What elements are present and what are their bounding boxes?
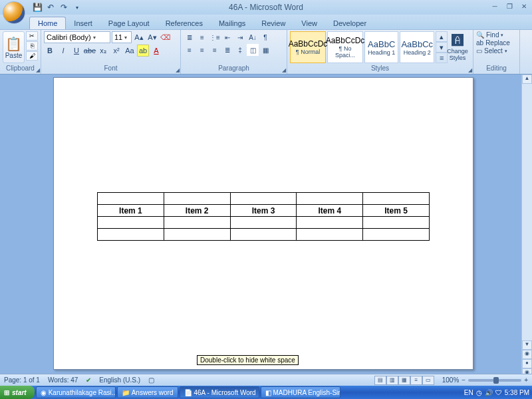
browse-object-icon[interactable]: ● [522, 359, 532, 368]
document-table[interactable]: Item 1 Item 2 Item 3 Item 4 Item 5 [97, 192, 430, 241]
whitespace-tooltip: Double-click to hide white space [197, 355, 299, 365]
table-row [98, 193, 430, 205]
outline-view-button[interactable]: ≡ [410, 376, 422, 385]
numbering-button[interactable]: ≡ [196, 31, 208, 43]
align-center-button[interactable]: ≡ [196, 44, 208, 56]
justify-button[interactable]: ≣ [221, 44, 233, 56]
web-layout-view-button[interactable]: ▦ [398, 376, 410, 385]
taskbar-item[interactable]: 📄46A - Microsoft Word [180, 386, 259, 398]
paste-icon: 📋 [5, 36, 22, 52]
sort-button[interactable]: A↓ [247, 31, 259, 43]
page[interactable]: Item 1 Item 2 Item 3 Item 4 Item 5 Doubl… [53, 77, 473, 370]
style-no-spacing[interactable]: AaBbCcDc ¶ No Spaci... [327, 31, 363, 63]
paste-button[interactable]: 📋 Paste [3, 31, 25, 63]
style-heading1[interactable]: AaBbC Heading 1 [364, 31, 398, 63]
style-normal[interactable]: AaBbCcDc ¶ Normal [290, 31, 326, 63]
tab-home[interactable]: Home [29, 17, 66, 29]
taskbar-item[interactable]: ◧MADHURA English-Sin... [261, 386, 340, 398]
line-spacing-button[interactable]: ‡ [234, 44, 246, 56]
font-launcher-icon[interactable]: ◢ [176, 67, 180, 73]
tray-shield-icon[interactable]: 🛡 [495, 389, 502, 396]
view-buttons: ▤ ▥ ▦ ≡ ▭ [374, 376, 434, 385]
shading-button[interactable]: ◫ [247, 44, 259, 56]
paragraph-launcher-icon[interactable]: ◢ [282, 67, 286, 73]
decrease-indent-button[interactable]: ⇤ [221, 31, 233, 43]
cut-button[interactable]: ✂ [26, 31, 38, 41]
shrink-font-button[interactable]: A▾ [146, 31, 158, 43]
macro-record-icon[interactable]: ▢ [148, 376, 154, 384]
format-painter-button[interactable]: 🖌 [26, 51, 38, 61]
clipboard-launcher-icon[interactable]: ◢ [36, 67, 40, 73]
grow-font-button[interactable]: A▴ [133, 31, 145, 43]
font-size-combo[interactable]: 11▾ [112, 31, 132, 43]
scroll-up-icon[interactable]: ▲ [522, 74, 532, 84]
group-label-paragraph: Paragraph [184, 65, 284, 72]
strike-button[interactable]: abe [84, 45, 96, 57]
tray-volume-icon[interactable]: 🔊 [485, 389, 493, 396]
table-row [98, 217, 430, 229]
close-button[interactable]: ✕ [519, 1, 529, 11]
change-styles-button[interactable]: 🅰 Change Styles [445, 31, 470, 63]
increase-indent-button[interactable]: ⇥ [234, 31, 246, 43]
italic-button[interactable]: I [57, 45, 69, 57]
tab-page-layout[interactable]: Page Layout [100, 17, 158, 29]
full-screen-view-button[interactable]: ▥ [386, 376, 398, 385]
tab-insert[interactable]: Insert [66, 17, 100, 29]
underline-button[interactable]: U [70, 45, 82, 57]
zoom-out-button[interactable]: − [462, 376, 466, 384]
ribbon-tabs: Home Insert Page Layout References Maili… [0, 15, 532, 29]
tray-network-icon[interactable]: ◷ [476, 389, 482, 396]
vertical-scrollbar[interactable]: ▲ ▼ ◉ ● ◉ [521, 74, 532, 378]
superscript-button[interactable]: x² [110, 45, 122, 57]
highlight-button[interactable]: ab [137, 45, 149, 57]
prev-page-icon[interactable]: ◉ [522, 350, 532, 359]
tab-review[interactable]: Review [253, 17, 293, 29]
tray-clock[interactable]: 5:38 PM [505, 389, 529, 396]
subscript-button[interactable]: x₂ [97, 45, 109, 57]
start-button[interactable]: ⊞ start [0, 386, 35, 399]
clear-format-button[interactable]: ⌫ [160, 31, 172, 43]
zoom-in-button[interactable]: + [524, 376, 528, 384]
zoom-slider[interactable] [468, 379, 521, 382]
bold-button[interactable]: B [44, 45, 56, 57]
tab-mailings[interactable]: Mailings [211, 17, 253, 29]
zoom-level[interactable]: 100% [442, 376, 460, 384]
restore-button[interactable]: ❐ [504, 1, 515, 11]
status-words[interactable]: Words: 47 [48, 376, 78, 384]
align-right-button[interactable]: ≡ [209, 44, 221, 56]
table-row [98, 229, 430, 241]
font-family-combo[interactable]: Calibri (Body)▾ [44, 31, 110, 43]
tray-language[interactable]: EN [464, 389, 473, 396]
proofing-icon[interactable]: ✔ [86, 376, 91, 384]
change-styles-icon: 🅰 [452, 34, 464, 48]
taskbar-item[interactable]: 📁Answers word [117, 386, 178, 398]
minimize-button[interactable]: ─ [489, 1, 500, 11]
font-color-button[interactable]: A [150, 45, 162, 57]
align-left-button[interactable]: ≡ [184, 44, 196, 56]
borders-button[interactable]: ▦ [259, 44, 271, 56]
office-button[interactable] [3, 1, 25, 24]
status-bar: Page: 1 of 1 Words: 47 ✔ English (U.S.) … [0, 374, 532, 386]
window-title: 46A - Microsoft Word [0, 0, 532, 15]
select-button[interactable]: ▭Select▾ [476, 47, 517, 55]
status-language[interactable]: English (U.S.) [99, 376, 140, 384]
status-page[interactable]: Page: 1 of 1 [4, 376, 40, 384]
select-icon: ▭ [476, 47, 482, 55]
print-layout-view-button[interactable]: ▤ [374, 376, 386, 385]
tab-developer[interactable]: Developer [325, 17, 374, 29]
find-button[interactable]: 🔍Find▾ [476, 31, 517, 39]
taskbar-item[interactable]: ◉Karunathilakage Rasi... [36, 386, 116, 398]
scroll-down-icon[interactable]: ▼ [522, 340, 532, 350]
draft-view-button[interactable]: ▭ [422, 376, 434, 385]
change-case-button[interactable]: Aa [124, 45, 136, 57]
replace-button[interactable]: abReplace [476, 39, 517, 47]
bullets-button[interactable]: ≣ [184, 31, 196, 43]
styles-launcher-icon[interactable]: ◢ [468, 67, 472, 73]
tab-view[interactable]: View [293, 17, 325, 29]
show-marks-button[interactable]: ¶ [259, 31, 271, 43]
tab-references[interactable]: References [158, 17, 211, 29]
style-heading2[interactable]: AaBbCc Heading 2 [400, 31, 434, 63]
multilevel-button[interactable]: ⋮≡ [209, 31, 221, 43]
app-icon: ◧ [265, 389, 271, 396]
copy-button[interactable]: ⎘ [26, 41, 38, 51]
